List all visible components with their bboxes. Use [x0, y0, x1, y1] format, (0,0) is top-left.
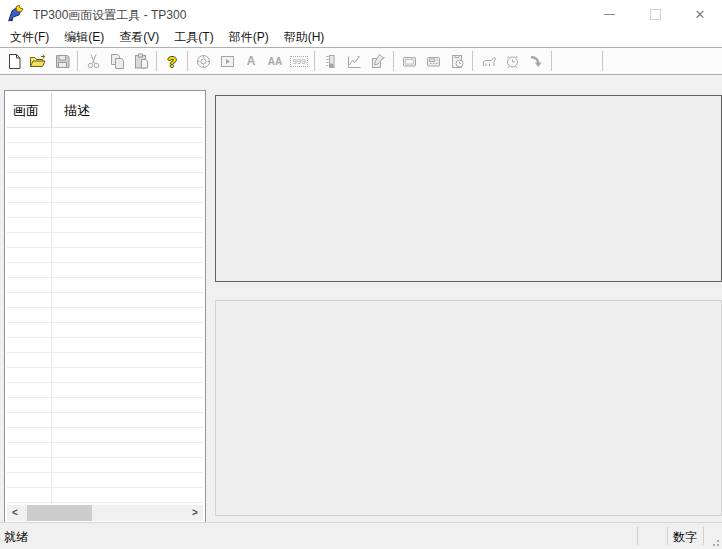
toolbar-animation-button[interactable] [476, 50, 500, 72]
toolbar-lamp-button[interactable] [191, 50, 215, 72]
close-icon: ✕ [695, 8, 706, 21]
save-icon [54, 53, 71, 70]
numeric-display-icon: 999 [290, 56, 307, 67]
toolbar-switch-button[interactable] [215, 50, 239, 72]
status-bar: 就绪 数字 [0, 522, 722, 549]
toolbar: ? A AA 999 [0, 47, 722, 75]
resize-grip[interactable] [709, 536, 719, 546]
copy-icon [109, 53, 126, 70]
toolbar-alarm-button[interactable] [500, 50, 524, 72]
workspace-panel-top [215, 95, 722, 282]
scissors-icon [85, 53, 102, 70]
toolbar-parts-button[interactable] [366, 50, 390, 72]
toolbar-trend-chart-button[interactable] [342, 50, 366, 72]
toolbar-help-button[interactable]: ? [160, 50, 184, 72]
text-display-icon: AA [268, 56, 282, 67]
toolbar-paste-button[interactable] [129, 50, 153, 72]
toolbar-screen-button[interactable] [397, 50, 421, 72]
screen-list-grid: 画面 描述 [7, 93, 203, 504]
animal-icon [480, 53, 497, 70]
menu-bar: 文件(F) 编辑(E) 查看(V) 工具(T) 部件(P) 帮助(H) [0, 28, 722, 47]
arrow-down-icon [528, 53, 545, 70]
minimize-button[interactable] [587, 0, 632, 28]
keypad-icon [425, 53, 442, 70]
status-separator [637, 527, 638, 545]
parts-icon [370, 53, 387, 70]
toolbar-arrow-button[interactable] [524, 50, 548, 72]
app-window: TP300画面设置工具 - TP300 ✕ 文件(F) 编辑(E) 查看(V) … [0, 0, 722, 549]
toolbar-separator [314, 51, 315, 71]
screen-icon [401, 53, 418, 70]
screen-list-header: 画面 描述 [7, 93, 203, 128]
toolbar-new-button[interactable] [2, 50, 26, 72]
toolbar-numeric-display-button[interactable]: 999 [287, 50, 311, 72]
toolbar-text-display-button[interactable]: AA [263, 50, 287, 72]
scroll-right-icon[interactable]: > [187, 505, 203, 521]
scrollbar-thumb[interactable] [27, 505, 92, 521]
open-folder-icon [29, 53, 47, 70]
bar-meter-icon [322, 53, 339, 70]
toolbar-save-button[interactable] [50, 50, 74, 72]
client-area: 画面 描述 < > [0, 75, 722, 522]
toolbar-separator [187, 51, 188, 71]
toolbar-open-button[interactable] [26, 50, 50, 72]
menu-item-file[interactable]: 文件(F) [4, 27, 55, 48]
toolbar-separator [472, 51, 473, 71]
toolbar-cut-button[interactable] [81, 50, 105, 72]
toolbar-copy-button[interactable] [105, 50, 129, 72]
column-header-screen[interactable]: 画面 [7, 93, 57, 127]
toolbar-recipe-button[interactable] [445, 50, 469, 72]
toolbar-separator [602, 51, 603, 71]
status-num-indicator: 数字 [667, 529, 703, 546]
static-text-icon: A [247, 54, 256, 68]
menu-item-parts[interactable]: 部件(P) [223, 27, 275, 48]
menu-item-view[interactable]: 查看(V) [113, 27, 165, 48]
menu-item-help[interactable]: 帮助(H) [278, 27, 331, 48]
indicator-lamp-icon [195, 53, 212, 70]
maximize-button[interactable] [633, 0, 678, 28]
column-divider[interactable] [51, 93, 52, 127]
status-separator [703, 527, 704, 545]
toolbar-keypad-button[interactable] [421, 50, 445, 72]
switch-icon [219, 53, 236, 70]
menu-item-edit[interactable]: 编辑(E) [58, 27, 110, 48]
maximize-icon [650, 9, 661, 20]
workspace-panel-bottom [215, 300, 722, 516]
help-icon: ? [167, 53, 176, 70]
toolbar-static-text-button[interactable]: A [239, 50, 263, 72]
screen-list-body[interactable] [7, 128, 203, 504]
screen-list-panel: 画面 描述 < > [4, 90, 206, 523]
app-icon [5, 4, 25, 24]
toolbar-separator [393, 51, 394, 71]
toolbar-bar-meter-button[interactable] [318, 50, 342, 72]
horizontal-scrollbar[interactable]: < > [7, 505, 203, 521]
recipe-icon [449, 53, 466, 70]
menu-item-tools[interactable]: 工具(T) [168, 27, 219, 48]
close-button[interactable]: ✕ [678, 0, 722, 28]
alarm-clock-icon [504, 53, 521, 70]
toolbar-separator [77, 51, 78, 71]
status-ready-text: 就绪 [4, 529, 28, 546]
paste-icon [133, 53, 150, 70]
minimize-icon [604, 14, 615, 15]
title-bar[interactable]: TP300画面设置工具 - TP300 ✕ [0, 0, 722, 28]
column-header-description[interactable]: 描述 [57, 93, 90, 127]
toolbar-separator [551, 51, 552, 71]
toolbar-separator [156, 51, 157, 71]
trend-chart-icon [346, 53, 363, 70]
new-document-icon [6, 53, 23, 70]
scroll-left-icon[interactable]: < [7, 505, 23, 521]
window-title: TP300画面设置工具 - TP300 [33, 7, 186, 24]
